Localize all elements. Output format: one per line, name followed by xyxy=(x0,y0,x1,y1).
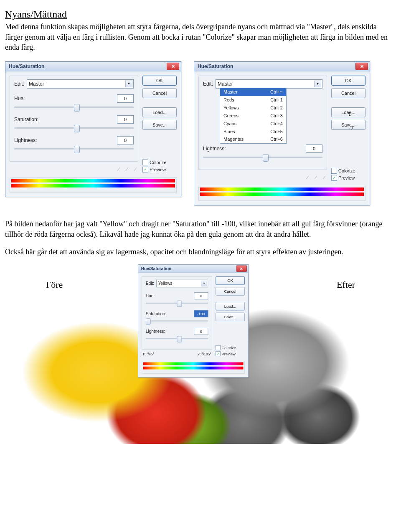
chevron-down-icon[interactable]: ▼ xyxy=(125,81,132,87)
hue-value[interactable]: 0 xyxy=(349,111,365,118)
eyedropper-row: ⁄ ⁄ ⁄ xyxy=(10,166,138,172)
close-icon[interactable]: ✕ xyxy=(355,63,368,70)
chevron-down-icon[interactable]: ▼ xyxy=(201,281,207,286)
dropdown-item[interactable]: GreensCtrl+3 xyxy=(220,112,286,120)
sat-label: Saturation: xyxy=(14,116,43,123)
light-label: Lightness: xyxy=(146,329,171,334)
edit-combo[interactable]: Master ▼ xyxy=(27,79,134,89)
light-slider[interactable] xyxy=(203,155,322,160)
cancel-button[interactable]: Cancel xyxy=(216,287,245,296)
light-label: Lightness: xyxy=(203,145,232,152)
hue-slider[interactable] xyxy=(14,104,134,110)
hue-value[interactable]: 0 xyxy=(194,293,208,300)
eyedropper-minus-icon[interactable]: ⁄ xyxy=(135,166,136,172)
page-title: Nyans/Mättnad xyxy=(5,8,396,21)
eyedropper-row: ⁄ ⁄ ⁄ xyxy=(198,174,327,181)
hue-value[interactable]: 0 xyxy=(117,94,134,103)
dialog-title: Hue/Saturation xyxy=(9,63,44,70)
dialog-row: Hue/Saturation ✕ Edit: Master ▼ Hue: xyxy=(5,61,396,205)
titlebar[interactable]: Hue/Saturation ✕ xyxy=(138,265,248,273)
dropdown-item[interactable]: MagentasCtrl+6 xyxy=(220,135,286,143)
hue-label: Hue: xyxy=(146,293,171,299)
before-label: Före xyxy=(46,279,63,291)
colorize-check[interactable]: Colorize xyxy=(331,168,365,174)
preview-check[interactable]: ✓Preview xyxy=(216,351,245,357)
cancel-button[interactable]: Cancel xyxy=(331,88,365,98)
dropdown-item[interactable]: YellowsCtrl+2 xyxy=(220,104,286,112)
light-slider[interactable] xyxy=(14,146,134,152)
chevron-down-icon[interactable]: ▼ xyxy=(314,81,321,87)
eyedropper-minus-icon[interactable]: ⁄ xyxy=(324,174,325,181)
hue-sat-dialog-left: Hue/Saturation ✕ Edit: Master ▼ Hue: xyxy=(5,61,181,197)
dialog-title: Hue/Saturation xyxy=(198,63,233,70)
light-value[interactable]: 0 xyxy=(194,328,208,335)
sat-value[interactable]: 0 xyxy=(117,115,134,124)
dropdown-item[interactable]: CyansCtrl+4 xyxy=(220,120,286,128)
ok-button[interactable]: OK xyxy=(331,76,365,86)
edit-label: Edit: xyxy=(146,281,154,286)
after-label: Efter xyxy=(337,279,355,291)
hue-sat-dialog-right: Hue/Saturation ✕ Edit: Master ▼ MasterCt… xyxy=(194,61,370,205)
close-icon[interactable]: ✕ xyxy=(236,266,247,272)
hue-slider[interactable] xyxy=(146,301,208,306)
titlebar[interactable]: Hue/Saturation ✕ xyxy=(5,62,181,71)
range-text: 15°/45° 75°\105° xyxy=(142,352,212,356)
last-paragraph: Också här går det att använda sig av lag… xyxy=(5,247,396,257)
edit-combo[interactable]: Yellows ▼ xyxy=(156,280,208,288)
cancel-button[interactable]: Cancel xyxy=(142,88,177,98)
eyedropper-plus-icon[interactable]: ⁄ xyxy=(315,174,316,181)
sat-label: Saturation: xyxy=(146,311,171,317)
before-after-image: Före Efter Hue/Saturation ✕ Edit: Yellow… xyxy=(17,264,384,444)
intro-paragraph: Med denna funktion skapas möjligheten at… xyxy=(5,22,396,52)
edit-combo[interactable]: Master ▼ xyxy=(216,79,322,89)
light-value[interactable]: 0 xyxy=(306,144,322,153)
save-button[interactable]: Save... xyxy=(216,313,245,321)
hue-sat-dialog-small: Hue/Saturation ✕ Edit: Yellows ▼ Hue: xyxy=(138,264,249,377)
edit-dropdown[interactable]: MasterCtrl+~RedsCtrl+1YellowsCtrl+2Green… xyxy=(220,88,287,144)
edit-label: Edit: xyxy=(203,81,213,87)
sat-slider[interactable] xyxy=(14,125,134,131)
save-button[interactable]: Save... xyxy=(142,120,177,130)
eyedropper-icon[interactable]: ⁄ xyxy=(307,174,308,181)
ok-button[interactable]: OK xyxy=(142,76,177,86)
load-button[interactable]: Load... xyxy=(216,302,245,310)
colorize-check[interactable]: Colorize xyxy=(142,160,177,166)
hue-strip xyxy=(198,186,365,201)
light-slider[interactable] xyxy=(146,337,208,342)
load-button[interactable]: Load... xyxy=(142,107,177,117)
hue-strip xyxy=(142,361,244,374)
edit-value: Master xyxy=(29,81,44,87)
dropdown-item[interactable]: BluesCtrl+5 xyxy=(220,128,286,136)
dropdown-item[interactable]: MasterCtrl+~ xyxy=(220,88,286,96)
hue-label: Hue: xyxy=(14,95,43,102)
edit-value: Yellows xyxy=(158,281,172,286)
sat-value[interactable]: -2 xyxy=(349,125,365,132)
sat-value[interactable]: -100 xyxy=(194,310,208,317)
ok-button[interactable]: OK xyxy=(216,276,245,285)
edit-label: Edit: xyxy=(14,81,24,87)
preview-check[interactable]: ✓Preview xyxy=(331,175,365,181)
light-value[interactable]: 0 xyxy=(117,136,134,144)
hue-strip xyxy=(10,177,177,193)
close-icon[interactable]: ✕ xyxy=(167,63,179,70)
dropdown-item[interactable]: RedsCtrl+1 xyxy=(220,96,286,104)
sat-slider[interactable] xyxy=(146,319,208,324)
colorize-check[interactable]: Colorize xyxy=(216,345,245,351)
edit-value: Master xyxy=(218,81,233,87)
middle-paragraph: På bilden nedanför har jag valt "Yellow"… xyxy=(5,219,396,239)
eyedropper-plus-icon[interactable]: ⁄ xyxy=(127,166,127,172)
light-label: Lightness: xyxy=(14,137,43,144)
titlebar[interactable]: Hue/Saturation ✕ xyxy=(194,62,370,71)
eyedropper-icon[interactable]: ⁄ xyxy=(118,166,119,172)
dialog-title: Hue/Saturation xyxy=(141,266,172,272)
preview-check[interactable]: ✓Preview xyxy=(142,167,177,173)
